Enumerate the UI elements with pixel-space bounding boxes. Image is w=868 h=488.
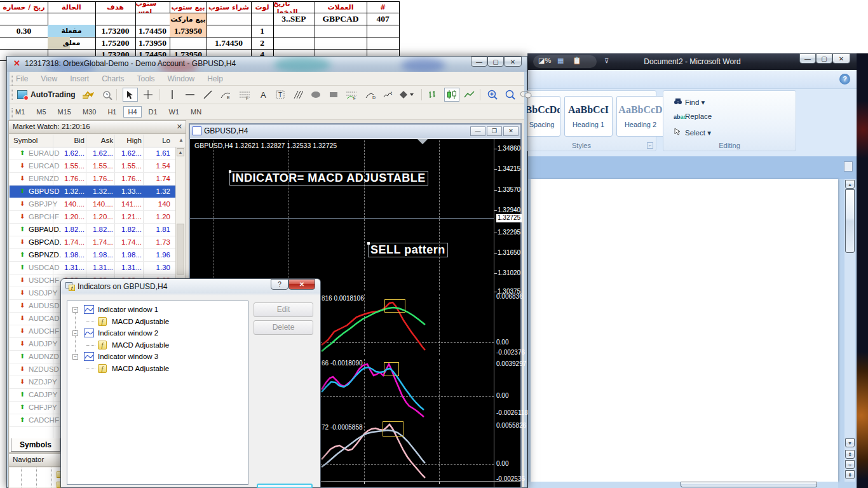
market-watch-row[interactable]: ⬆GBPUSD1.32...1.32...1.33...1.32 <box>10 186 185 198</box>
wave-tool-icon[interactable]: D <box>363 88 378 102</box>
tab-symbols[interactable]: Symbols <box>11 438 60 452</box>
word-close-button[interactable]: ✕ <box>832 53 850 64</box>
mt4-maximize-button[interactable]: ▢ <box>487 57 504 67</box>
tree-item-macd-adjustable[interactable]: fMACD Adjustable <box>67 363 248 375</box>
find-button[interactable]: Find ▾ <box>674 97 796 111</box>
tree-item-macd-adjustable[interactable]: fMACD Adjustable <box>67 316 248 328</box>
timeframe-h4[interactable]: H4 <box>123 106 141 118</box>
mt4-titlebar[interactable]: ✕ 12317318: OrbexGlobal-Demo - Demo Acco… <box>7 57 527 72</box>
bar-chart-type-icon[interactable] <box>426 88 442 102</box>
replace-button[interactable]: abacReplace <box>674 112 796 126</box>
tree-collapse-icon[interactable]: − <box>72 307 78 313</box>
market-watch-row[interactable]: ⬆GBPNZD.1.98...1.98...1.98...1.96 <box>10 249 185 262</box>
chart-close-button[interactable]: ✕ <box>503 126 519 136</box>
tree-item-macd-adjustable[interactable]: fMACD Adjustable <box>67 340 248 351</box>
select-button[interactable]: Select ▾ <box>674 128 796 142</box>
style-heading-1[interactable]: AaBbCcIHeading 1 <box>564 96 613 137</box>
mt4-menu-insert[interactable]: Insert <box>70 74 89 83</box>
chart-window-titlebar[interactable]: GBPUSD,H4 — ❐ ✕ <box>190 125 520 138</box>
fibonacci-fan-tool-icon[interactable]: F <box>344 88 359 102</box>
dialog-close-action-button[interactable] <box>257 484 313 488</box>
tree-collapse-icon[interactable]: − <box>72 354 78 360</box>
tree-collapse-icon[interactable]: − <box>72 330 78 336</box>
dialog-close-button[interactable]: ✕ <box>288 279 315 290</box>
ruler-toggle-icon[interactable] <box>844 161 853 172</box>
word-titlebar[interactable]: Document2 - Microsoft Word — ▢ ✕ ◪% ▦ 📋 … <box>528 53 857 70</box>
timeframe-m30[interactable]: M30 <box>78 106 100 118</box>
mt4-close-button[interactable]: ✕ <box>504 57 522 67</box>
styles-dialog-launcher-icon[interactable]: ⌐ <box>647 142 653 149</box>
trendline-tool-icon[interactable] <box>200 88 215 102</box>
market-watch-row[interactable]: ⬆USDCAD1.31...1.31...1.31...1.30 <box>10 262 185 274</box>
timeframe-mn[interactable]: MN <box>186 106 206 118</box>
mt4-menu-window[interactable]: Window <box>168 74 195 83</box>
excel-cell: معلق <box>48 37 96 50</box>
fibonacci-tool-icon[interactable]: F <box>237 88 252 102</box>
market-watch-row[interactable]: ⬇GBPJPY140....140....141....140 <box>10 198 185 211</box>
mt4-menu-help[interactable]: Help <box>207 74 223 83</box>
word-horizontal-scrollbar[interactable] <box>528 482 838 488</box>
vertical-line-tool-icon[interactable] <box>165 88 180 102</box>
indicators-dialog-titlebar[interactable]: f Indicators on GBPUSD,H4 ? ✕ <box>61 279 320 295</box>
timeframe-d1[interactable]: D1 <box>144 106 162 118</box>
cursor-tool-icon[interactable] <box>123 88 138 102</box>
market-watch-close-icon[interactable]: ✕ <box>177 123 182 131</box>
excel-column-header: # <box>367 1 400 13</box>
mt4-menu-tools[interactable]: Tools <box>137 74 155 83</box>
indicators-tree[interactable]: −Indicator window 1fMACD Adjustable−Indi… <box>67 301 248 485</box>
word-maximize-button[interactable]: ▢ <box>816 53 832 64</box>
equidistant-channel-tool-icon[interactable]: E <box>218 88 233 102</box>
timeframe-h1[interactable]: H1 <box>103 106 121 118</box>
word-minimize-button[interactable]: — <box>799 53 816 64</box>
chart-restore-button[interactable]: ❐ <box>487 126 502 136</box>
autotrading-button[interactable]: AutoTrading <box>17 88 76 102</box>
arrow-objects-dropdown-icon[interactable] <box>398 88 414 102</box>
dialog-help-button[interactable]: ? <box>271 279 288 290</box>
market-watch-row[interactable]: ⬇EURNZD1.76...1.76...1.76...1.74 <box>10 173 185 186</box>
parallel-lines-tool-icon[interactable] <box>290 88 306 102</box>
timeframe-w1[interactable]: W1 <box>165 106 184 118</box>
horizontal-line-tool-icon[interactable] <box>182 88 198 102</box>
tree-item-indicator-window[interactable]: −Indicator window 2 <box>67 328 248 339</box>
expert-remove-icon[interactable] <box>81 88 96 102</box>
zoom-in-icon[interactable] <box>485 88 500 102</box>
candlestick-chart-type-icon[interactable] <box>444 88 459 102</box>
annotation-indicator-macd[interactable]: INDICATOR= MACD ADJUSTABLE <box>229 171 428 186</box>
market-watch-row[interactable]: ⬇EURCAD1.55...1.55...1.55...1.54 <box>10 160 185 173</box>
mt4-minimize-button[interactable]: — <box>471 57 487 67</box>
tree-item-indicator-window[interactable]: −Indicator window 1 <box>67 304 248 316</box>
text-label-tool-icon[interactable]: T <box>273 88 288 102</box>
market-watch-row[interactable]: ⬇GBPCAD.1.74...1.74...1.74...1.73 <box>10 236 185 249</box>
line-chart-type-icon[interactable] <box>462 88 477 102</box>
mt4-menu-charts[interactable]: Charts <box>102 74 124 83</box>
strategy-tester-icon[interactable] <box>100 88 115 102</box>
word-page[interactable] <box>531 179 838 482</box>
annotation-sell-pattern[interactable]: SELL pattern <box>368 243 448 257</box>
zoom-out-icon[interactable] <box>503 88 518 102</box>
edit-button[interactable]: Edit <box>254 302 313 317</box>
text-tool-icon[interactable]: A <box>256 88 271 102</box>
qat-customize-icon[interactable]: ⊽ <box>604 57 609 64</box>
mt4-menu-view[interactable]: View <box>41 74 57 83</box>
paste-icon[interactable]: 📋 <box>573 57 581 65</box>
ellipse-tool-icon[interactable] <box>308 88 323 102</box>
help-icon[interactable]: ? <box>839 74 850 85</box>
tree-item-indicator-window[interactable]: −Indicator window 3 <box>67 351 248 363</box>
market-watch-row[interactable]: ⬆GBPAUD.1.82...1.82...1.82...1.81 <box>10 224 185 236</box>
chat-icon[interactable] <box>518 88 533 102</box>
word-vertical-scrollbar[interactable]: ▲▼⇞○⇟ <box>844 179 855 482</box>
undo-icon[interactable]: ◪% <box>538 57 551 65</box>
table-icon[interactable]: ▦ <box>557 57 564 65</box>
market-watch-row[interactable]: ⬆EURAUD1.62...1.62...1.62...1.61 <box>10 147 185 160</box>
delete-button[interactable]: Delete <box>254 320 313 335</box>
timeframe-m5[interactable]: M5 <box>32 106 50 118</box>
arrows-tool-icon[interactable]: t <box>381 88 396 102</box>
timeframe-m15[interactable]: M15 <box>53 106 76 118</box>
timeframe-m1[interactable]: M1 <box>11 106 29 118</box>
mt4-menu-file[interactable]: File <box>16 74 28 83</box>
crosshair-tool-icon[interactable] <box>140 88 156 102</box>
chart-minimize-button[interactable]: — <box>470 126 485 136</box>
rectangle-tool-icon[interactable] <box>326 88 341 102</box>
style-heading-2[interactable]: AaBbCcDHeading 2 <box>616 96 665 137</box>
market-watch-row[interactable]: ⬇GBPCHF1.20...1.20...1.21...1.20 <box>10 211 185 224</box>
